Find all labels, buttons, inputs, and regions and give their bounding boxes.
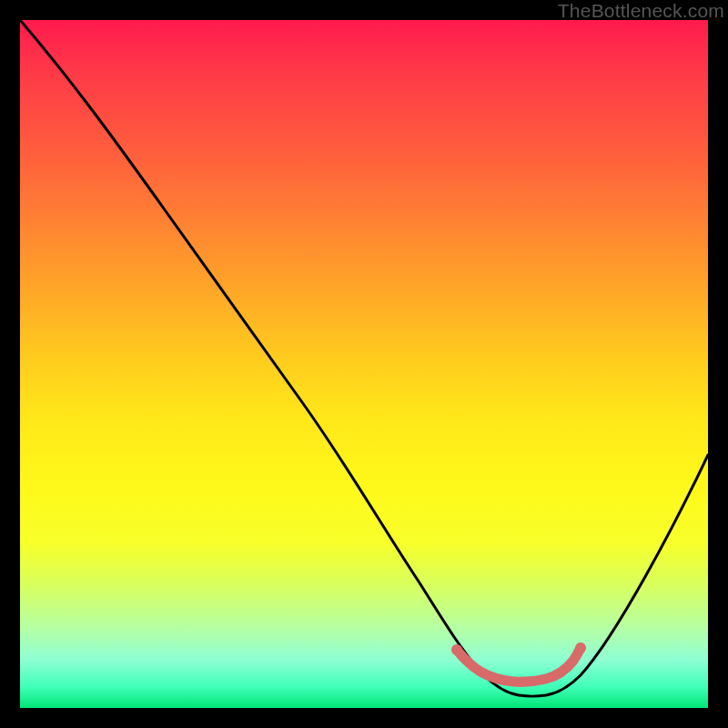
chart-svg: [20, 20, 708, 708]
optimal-range-marker-end: [575, 642, 586, 653]
watermark-text: TheBottleneck.com: [558, 0, 724, 22]
optimal-range-marker: [457, 648, 581, 682]
optimal-range-marker-start: [451, 644, 462, 655]
bottleneck-curve: [20, 20, 708, 696]
